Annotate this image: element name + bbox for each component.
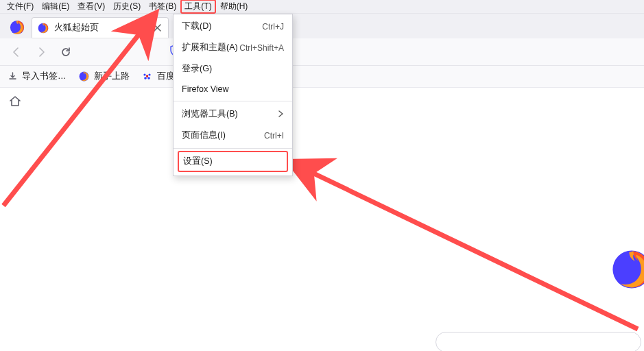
tab-title: 火狐起始页 <box>54 22 152 34</box>
bookmark-getting-started[interactable]: 新手上路 <box>79 71 130 82</box>
firefox-icon <box>79 71 90 82</box>
home-icon[interactable] <box>8 95 22 110</box>
menu-item-browser-tools[interactable]: 浏览器工具(B) <box>174 104 292 125</box>
forward-button[interactable] <box>32 43 51 62</box>
svg-point-6 <box>147 77 150 80</box>
svg-point-5 <box>144 77 147 80</box>
menu-item-label: 扩展和主题(A) <box>182 42 238 53</box>
svg-point-3 <box>143 73 145 75</box>
svg-point-7 <box>146 75 148 77</box>
baidu-icon <box>142 71 153 82</box>
menu-view[interactable]: 查看(V) <box>73 0 109 14</box>
menu-separator <box>174 148 292 149</box>
menu-item-label: 设置(S) <box>183 156 213 167</box>
menu-item-label: 登录(G) <box>182 63 212 75</box>
firefox-logo-icon <box>10 20 25 35</box>
nav-toolbar: a.cn <box>0 38 644 66</box>
menu-item-page-info[interactable]: 页面信息(I) Ctrl+I <box>174 125 292 146</box>
menu-help[interactable]: 帮助(H) <box>216 0 252 14</box>
menu-item-signin[interactable]: 登录(G) <box>174 58 292 80</box>
menu-bookmarks[interactable]: 书签(B) <box>145 0 180 14</box>
menu-item-label: 下载(D) <box>182 21 211 32</box>
menu-item-settings[interactable]: 设置(S) <box>178 151 288 172</box>
back-button[interactable] <box>7 43 26 62</box>
menu-item-addons[interactable]: 扩展和主题(A) Ctrl+Shift+A <box>174 37 292 58</box>
menu-item-shortcut: Ctrl+Shift+A <box>239 43 284 53</box>
import-icon <box>7 71 18 82</box>
menu-item-downloads[interactable]: 下载(D) Ctrl+J <box>174 16 292 37</box>
menu-separator <box>174 101 292 101</box>
tab-favicon-icon <box>38 23 49 34</box>
menu-item-shortcut: Ctrl+I <box>264 131 284 141</box>
bookmark-label: 新手上路 <box>94 71 130 82</box>
search-box-fragment[interactable] <box>436 332 641 351</box>
reload-button[interactable] <box>56 43 75 62</box>
menu-item-label: Firefox View <box>182 84 229 94</box>
chevron-right-icon <box>277 110 284 119</box>
menu-item-label: 浏览器工具(B) <box>182 108 238 120</box>
tab-strip: 火狐起始页 <box>0 14 644 38</box>
tab-close-button[interactable] <box>152 23 163 34</box>
tools-menu-dropdown: 下载(D) Ctrl+J 扩展和主题(A) Ctrl+Shift+A 登录(G)… <box>173 14 293 176</box>
menu-item-firefox-view[interactable]: Firefox View <box>174 80 292 99</box>
menu-edit[interactable]: 编辑(E) <box>38 0 73 14</box>
menu-item-label: 页面信息(I) <box>182 130 226 141</box>
menubar: 文件(F) 编辑(E) 查看(V) 历史(S) 书签(B) 工具(T) 帮助(H… <box>0 0 644 14</box>
menu-tools[interactable]: 工具(T) <box>180 0 215 14</box>
menu-item-shortcut: Ctrl+J <box>262 22 284 32</box>
svg-point-4 <box>148 73 150 75</box>
bookmarks-toolbar: 导入书签… 新手上路 百度一下， <box>0 66 644 88</box>
bookmark-import[interactable]: 导入书签… <box>7 71 67 82</box>
bookmark-label: 导入书签… <box>22 71 67 82</box>
menu-history[interactable]: 历史(S) <box>109 0 145 14</box>
menu-file[interactable]: 文件(F) <box>3 0 38 14</box>
page-content <box>0 88 644 351</box>
browser-tab[interactable]: 火狐起始页 <box>32 17 169 38</box>
firefox-large-logo-icon <box>611 249 644 292</box>
